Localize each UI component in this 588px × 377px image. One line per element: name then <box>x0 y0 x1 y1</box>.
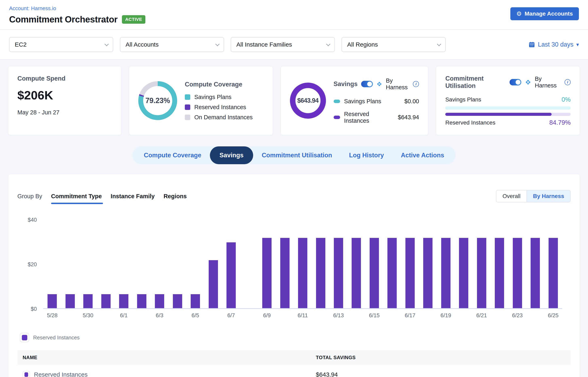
view-toggle-overall[interactable]: Overall <box>496 190 527 202</box>
date-range-picker[interactable]: Last 30 days ▾ <box>529 41 579 48</box>
chevron-down-icon <box>215 42 220 46</box>
x-axis-label: 6/17 <box>405 312 416 319</box>
x-axis-label: 5/28 <box>47 312 58 319</box>
utilisation-by-harness-toggle[interactable] <box>510 79 521 85</box>
bar-slot <box>419 216 437 308</box>
bar-slot <box>168 216 186 308</box>
bar-slot: 6/23 <box>509 216 526 308</box>
chart-bar[interactable] <box>262 238 272 308</box>
tab-active-actions[interactable]: Active Actions <box>392 146 453 164</box>
column-header-total-savings: TOTAL SAVINGS <box>311 350 571 365</box>
group-by-row: Group By Commitment TypeInstance FamilyR… <box>17 190 571 202</box>
chart-bar[interactable] <box>388 238 397 308</box>
x-axis-label: 6/15 <box>369 312 380 319</box>
coverage-legend-item: Savings Plans <box>185 94 264 100</box>
chart-bar[interactable] <box>66 294 75 308</box>
tab-log-history[interactable]: Log History <box>341 146 392 164</box>
row-name: Reserved Instances <box>23 371 305 377</box>
x-axis-label: 5/30 <box>83 312 93 319</box>
savings-total: $643.94 <box>297 97 319 104</box>
info-icon[interactable]: i <box>565 79 571 85</box>
bar-slot: 6/9 <box>258 216 276 308</box>
group-by-regions[interactable]: Regions <box>164 193 187 200</box>
group-by-commitment-type[interactable]: Commitment Type <box>51 193 102 200</box>
x-axis-label: 6/19 <box>441 312 451 319</box>
status-badge: ACTIVE <box>122 15 145 24</box>
manage-accounts-button[interactable]: ⚙ Manage Accounts <box>510 7 579 20</box>
bar-slot: 5/28 <box>43 216 61 308</box>
commitment-utilisation-title: Commitment Utilisation <box>445 75 506 90</box>
chart-bar[interactable] <box>119 294 128 308</box>
utilisation-row-label: Savings Plans <box>445 96 481 103</box>
account-link[interactable]: Account: Harness.io <box>9 5 56 12</box>
chart-bar[interactable] <box>316 238 325 308</box>
savings-panel: Group By Commitment TypeInstance FamilyR… <box>8 174 580 377</box>
summary-cards: Compute Spend $206K May 28 - Jun 27 79.2… <box>0 60 588 135</box>
chart-bar[interactable] <box>226 242 236 308</box>
tab-commitment-utilisation[interactable]: Commitment Utilisation <box>253 146 341 164</box>
chart-bar[interactable] <box>423 238 433 308</box>
regions-select[interactable]: All Regions <box>342 37 446 52</box>
chart-bar[interactable] <box>191 294 200 308</box>
bar-slot <box>133 216 150 308</box>
chart-bar[interactable] <box>334 238 343 308</box>
chart-bar[interactable] <box>155 294 164 308</box>
column-header-name: NAME <box>17 350 311 365</box>
chart-bar[interactable] <box>298 238 307 308</box>
utilisation-breakdown: Savings Plans0%Reserved Instances84.79% <box>445 96 571 126</box>
x-axis-label: 6/7 <box>227 312 235 319</box>
x-axis-label: 6/1 <box>120 312 128 319</box>
chart-bar[interactable] <box>531 238 540 308</box>
savings-row-label: Reserved Instances <box>344 111 394 124</box>
gear-icon: ⚙ <box>516 11 522 17</box>
x-axis-label: 6/25 <box>548 312 559 319</box>
utilisation-progress-bar <box>445 106 571 109</box>
bar-slot: 5/30 <box>79 216 97 308</box>
instance-families-select-value: All Instance Families <box>236 41 292 48</box>
chart-bar[interactable] <box>477 238 486 308</box>
legend-swatch <box>334 100 340 103</box>
savings-breakdown-row: Savings Plans$0.00 <box>334 98 419 105</box>
instance-families-select[interactable]: All Instance Families <box>231 37 335 52</box>
chart-bar[interactable] <box>549 238 558 308</box>
savings-row-value: $643.94 <box>398 114 419 121</box>
chart-bar[interactable] <box>495 238 504 308</box>
savings-by-harness-label: By Harness <box>386 77 409 91</box>
tab-compute-coverage[interactable]: Compute Coverage <box>135 146 210 164</box>
bar-slot: 6/3 <box>151 216 168 308</box>
savings-row-value: $0.00 <box>404 98 419 105</box>
calendar-icon <box>529 41 535 48</box>
compute-spend-period: May 28 - Jun 27 <box>17 109 112 116</box>
chart-bar[interactable] <box>441 238 451 308</box>
chart-bar[interactable] <box>137 294 146 308</box>
compute-coverage-percentage: 79.23% <box>138 81 177 120</box>
chart-bar[interactable] <box>101 294 111 308</box>
compute-spend-title: Compute Spend <box>17 75 112 82</box>
table-cell-name: Reserved Instances <box>17 365 311 377</box>
chart-bar[interactable] <box>459 238 468 308</box>
manage-accounts-label: Manage Accounts <box>524 11 573 17</box>
chart-bar[interactable] <box>352 238 361 308</box>
service-select[interactable]: EC2 <box>9 37 113 52</box>
bar-slot: 6/15 <box>365 216 383 308</box>
chart-bar[interactable] <box>47 294 57 308</box>
chart-bar[interactable] <box>513 238 522 308</box>
tab-savings[interactable]: Savings <box>210 146 253 164</box>
chart-bar[interactable] <box>83 294 93 308</box>
group-by-instance-family[interactable]: Instance Family <box>111 193 155 200</box>
coverage-legend-label: Reserved Instances <box>194 104 246 111</box>
utilisation-row: Reserved Instances84.79% <box>445 119 571 126</box>
chart-bar[interactable] <box>405 238 415 308</box>
legend-checkbox[interactable] <box>20 333 29 342</box>
savings-by-harness-toggle[interactable] <box>361 81 373 87</box>
view-toggle-by-harness[interactable]: By Harness <box>527 190 570 202</box>
info-icon[interactable]: i <box>413 81 419 87</box>
accounts-select[interactable]: All Accounts <box>120 37 224 52</box>
table-row[interactable]: Reserved Instances$643.94 <box>17 365 571 377</box>
chart-bar[interactable] <box>173 294 182 308</box>
overall-byharness-toggle: OverallBy Harness <box>496 190 571 202</box>
chart-bar[interactable] <box>280 238 289 308</box>
chart-bar[interactable] <box>209 260 218 308</box>
chart-bar[interactable] <box>370 238 379 308</box>
x-axis-label: 6/23 <box>512 312 523 319</box>
